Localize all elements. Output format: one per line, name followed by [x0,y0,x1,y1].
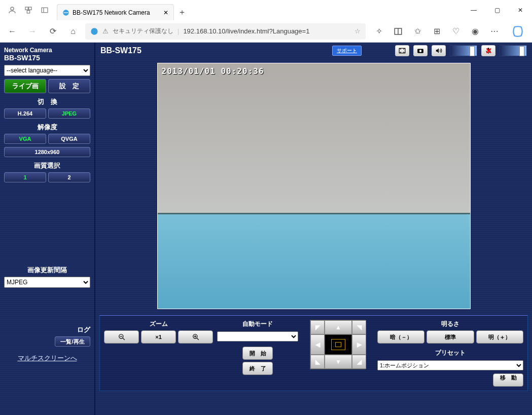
url-text: 192.168.10.10/live/index.html?Language=1 [183,27,309,35]
ie-favicon [90,27,98,35]
language-select[interactable]: --select language-- [4,65,90,76]
preset-label: プリセット [377,349,523,357]
performance-icon[interactable]: ♡ [447,23,465,40]
favorites-icon[interactable]: ✩ [408,23,427,40]
close-tab-icon[interactable]: ✕ [163,9,168,16]
support-link[interactable]: サポート [332,46,362,56]
log-list-button[interactable]: 一覧/再生 [55,336,90,347]
quality-label: 画質選択 [4,161,90,170]
minimize-button[interactable]: ― [462,3,485,18]
refresh-label: 画像更新間隔 [4,266,90,275]
camera-title: BB-SW175 [100,46,328,55]
brightness-normal-button[interactable]: 標準 [427,330,474,344]
close-window-button[interactable]: ✕ [509,3,532,18]
profile-icon[interactable] [4,2,20,18]
forward-button[interactable]: → [24,23,41,40]
h264-button[interactable]: H.264 [4,108,46,119]
setup-button[interactable]: 設 定 [48,79,90,93]
svg-rect-4 [42,8,48,12]
video-timestamp: 2013/01/01 00:20:36 [162,66,264,76]
star-icon[interactable]: ☆ [354,27,361,35]
vga-button[interactable]: VGA [4,134,46,144]
svg-rect-1 [25,7,28,10]
back-button[interactable]: ← [4,23,20,40]
tab-actions-icon[interactable] [37,2,53,18]
fullscreen-icon[interactable] [395,45,409,56]
svg-point-7 [91,28,97,34]
brightness-light-button[interactable]: 明（＋） [476,330,523,344]
audio-icon[interactable] [432,45,446,56]
new-tab-button[interactable]: ＋ [174,4,190,20]
network-camera-label: Network Camera [4,46,90,54]
sidebar: Network Camera BB-SW175 --select languag… [0,43,94,415]
preset-move-button[interactable]: 移 動 [493,373,523,387]
mic-volume-slider[interactable] [500,45,527,56]
zoom-reset-button[interactable]: ×1 [141,330,176,344]
collections-icon[interactable]: ⊞ [428,23,446,40]
camera-model: BB-SW175 [4,54,90,65]
ptz-left[interactable]: ◀ [310,334,325,355]
brightness-dark-button[interactable]: 暗（－） [377,330,424,344]
switch-label: 切 換 [4,97,90,106]
audio-volume-slider[interactable] [450,45,477,56]
home-button[interactable]: ⌂ [65,23,81,40]
zoom-label: ズーム [104,320,213,328]
address-bar[interactable]: ⚠ セキュリティ保護なし | 192.168.10.10/live/index.… [85,23,366,40]
control-panel: ズーム ×1 自動モード 開 始 終 了 ◤ ▲ ◥ ◀ [99,315,528,391]
ptz-downright[interactable]: ◢ [352,355,366,369]
resolution-label: 解像度 [4,123,90,132]
quality-1-button[interactable]: 1 [4,172,46,182]
svg-rect-2 [29,7,31,10]
snapshot-icon[interactable] [413,45,428,56]
auto-mode-label: 自動モード [217,320,298,328]
log-label: ログ [4,325,90,334]
ie-icon [62,9,69,16]
more-icon[interactable]: ⋯ [485,23,504,40]
svg-point-0 [11,7,14,10]
security-warning-icon: ⚠ [102,27,109,35]
res-1280x960-button[interactable]: 1280x960 [4,147,90,157]
copilot-button[interactable] [508,21,528,42]
ptz-right[interactable]: ▶ [352,334,366,355]
quality-2-button[interactable]: 2 [48,172,90,182]
jpeg-button[interactable]: JPEG [48,108,90,119]
extensions-icon[interactable]: ✧ [370,23,388,40]
multiscreen-link[interactable]: マルチスクリーンへ [4,354,90,363]
browser-titlebar: BB-SW175 Network Camera ✕ ＋ ― ▢ ✕ [0,0,532,20]
auto-start-button[interactable]: 開 始 [242,347,273,360]
ptz-center[interactable] [325,334,352,355]
preset-select[interactable]: 1:ホームポジション [377,360,523,370]
ptz-upright[interactable]: ◥ [352,320,366,334]
ptz-down[interactable]: ▼ [325,355,352,369]
live-video[interactable]: 2013/01/01 00:20:36 [157,63,471,309]
qvga-button[interactable]: QVGA [48,134,90,144]
main-panel: BB-SW175 サポート ✕ 2013/01/01 00:20:36 ズーム … [94,43,532,415]
svg-rect-3 [27,11,29,13]
ptz-dpad: ◤ ▲ ◥ ◀ ▶ ◣ ▼ ◢ [310,320,366,369]
auto-stop-button[interactable]: 終 了 [242,362,273,375]
ptz-up[interactable]: ▲ [325,320,352,334]
svg-point-12 [419,50,422,52]
live-button[interactable]: ライブ画 [4,79,46,93]
svg-line-20 [196,338,198,340]
refresh-select[interactable]: MJPEG [4,277,90,288]
svg-line-16 [122,338,124,340]
maximize-button[interactable]: ▢ [485,3,509,18]
zoom-out-button[interactable] [104,330,139,344]
tab-title: BB-SW175 Network Camera [73,9,150,16]
mic-icon[interactable]: ✕ [481,45,495,56]
workspaces-icon[interactable] [20,2,37,18]
screenshot-icon[interactable]: ◉ [466,23,484,40]
ptz-downleft[interactable]: ◣ [310,355,325,369]
security-text: セキュリティ保護なし [113,27,173,35]
auto-mode-select[interactable] [217,331,298,342]
zoom-in-button[interactable] [178,330,213,344]
refresh-button[interactable]: ⟳ [45,23,61,40]
browser-toolbar: ← → ⟳ ⌂ ⚠ セキュリティ保護なし | 192.168.10.10/liv… [0,20,532,43]
brightness-label: 明るさ [377,320,523,328]
ptz-upleft[interactable]: ◤ [310,320,325,334]
browser-tab[interactable]: BB-SW175 Network Camera ✕ [57,4,174,20]
split-icon[interactable] [389,23,407,40]
